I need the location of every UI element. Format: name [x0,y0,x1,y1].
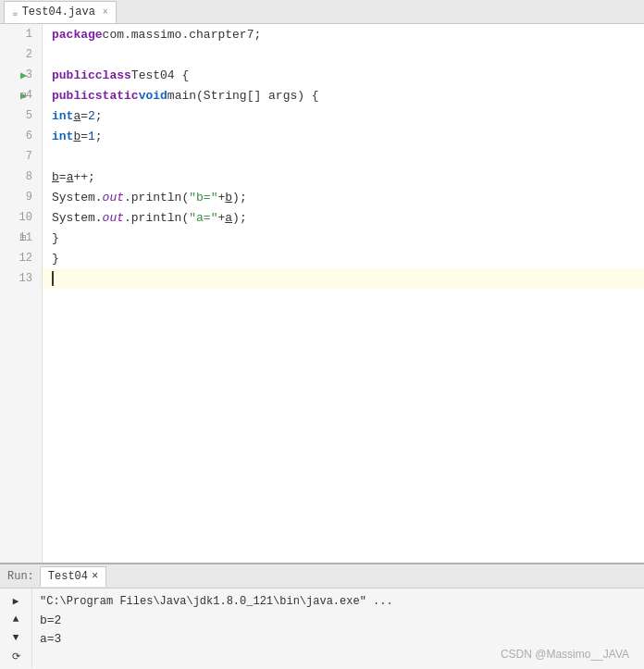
line-number-3: ▶3 [0,65,42,85]
line-num-text: 7 [26,150,38,163]
output-a: a=3 [40,629,637,648]
code-line-8: b = a++; [43,167,644,187]
run-command: "C:\Program Files\Java\jdk1.8.0_121\bin\… [40,592,637,611]
line-numbers: 12▶3▶⊟45678910⊟111213 [0,24,43,563]
code-line-7 [43,146,644,167]
run-buttons: ▶▲▼⟳ [0,588,32,668]
line-number-8: 8 [0,167,42,187]
run-button[interactable]: ▶ [6,592,26,609]
code-line-9: System.out.println("b=" + b); [43,187,644,207]
editor-tab[interactable]: ☕ Test04.java × [4,1,117,23]
line-number-2: 2 [0,44,42,65]
fold-icon[interactable]: ⊟ [20,90,26,101]
run-tab[interactable]: Test04 × [40,566,106,587]
run-content: ▶▲▼⟳ "C:\Program Files\Java\jdk1.8.0_121… [0,588,644,668]
watermark-area: CSDN @Massimo__JAVA [40,648,637,664]
line-num-text: 13 [19,272,38,285]
code-line-4: public static void main(String[] args) { [43,85,644,105]
watermark: CSDN @Massimo__JAVA [501,648,629,661]
line-num-text: 9 [26,191,38,204]
text-cursor [52,271,54,286]
rerun-button[interactable]: ⟳ [6,648,26,664]
line-number-12: 12 [0,248,42,268]
line-num-text: 1 [26,28,38,41]
code-line-5: int a = 2; [43,105,644,126]
output-b: b=2 [40,611,637,629]
line-num-text: 5 [26,109,38,122]
line-number-11: ⊟11 [0,228,42,248]
editor: 12▶3▶⊟45678910⊟111213 package com.massim… [0,24,644,563]
bottom-panel: Run: Test04 × ▶▲▼⟳ "C:\Program Files\Jav… [0,563,644,669]
code-area[interactable]: package com.massimo.charpter7;public cla… [43,24,644,563]
run-label: Run: [7,570,34,583]
line-number-10: 10 [0,207,42,228]
code-line-6: int b = 1; [43,126,644,146]
line-number-4: ▶⊟4 [0,85,42,105]
line-number-1: 1 [0,24,42,44]
code-line-1: package com.massimo.charpter7; [43,24,644,44]
code-line-11: } [43,228,644,248]
down-button[interactable]: ▼ [6,629,26,646]
line-num-text: 3 [26,68,38,81]
line-num-text: 6 [26,130,38,142]
up-button[interactable]: ▲ [6,611,26,627]
run-tab-label: Test04 [48,570,88,583]
code-line-3: public class Test04 { [43,65,644,85]
tab-label: Test04.java [22,6,95,19]
line-num-text: 10 [19,211,38,224]
java-icon: ☕ [12,6,19,19]
fold-icon[interactable]: ⊟ [20,232,26,243]
code-line-10: System.out.println("a=" + a); [43,207,644,228]
line-num-text: 12 [19,252,38,265]
tab-close-button[interactable]: × [103,7,108,18]
run-tab-close[interactable]: × [92,570,98,583]
line-number-13: 13 [0,268,42,289]
editor-content: 12▶3▶⊟45678910⊟111213 package com.massim… [0,24,644,563]
line-number-6: 6 [0,126,42,146]
line-num-text: 8 [26,170,38,183]
line-num-text: 4 [26,89,38,102]
tab-bar: ☕ Test04.java × [0,0,644,24]
line-number-9: 9 [0,187,42,207]
debug-arrow: ▶ [20,68,27,82]
line-number-7: 7 [0,146,42,167]
code-line-2 [43,44,644,65]
line-number-5: 5 [0,105,42,126]
run-tab-bar: Run: Test04 × [0,564,644,588]
code-line-13 [43,268,644,289]
line-num-text: 2 [26,48,38,61]
code-line-12: } [43,248,644,268]
